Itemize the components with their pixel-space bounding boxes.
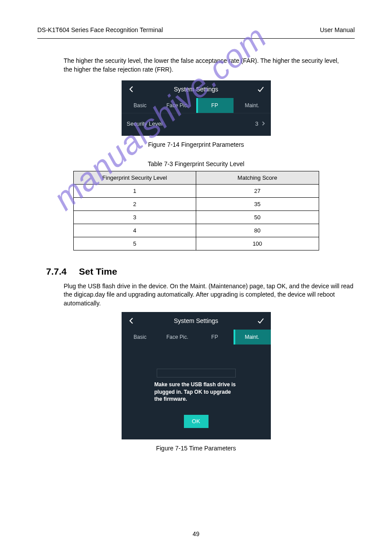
header-manual: User Manual bbox=[320, 26, 355, 33]
screen-title: System Settings bbox=[136, 86, 257, 93]
table-row: 127 bbox=[73, 184, 319, 197]
section-title: Set Time bbox=[79, 266, 117, 276]
table-caption: Table 7-3 Fingerprint Security Level bbox=[37, 160, 355, 167]
back-icon[interactable] bbox=[128, 317, 136, 325]
figure-caption-2: Figure 7-15 Time Parameters bbox=[37, 445, 355, 452]
section-number: 7.7.4 bbox=[46, 266, 67, 276]
table-header-level: Fingerprint Security Level bbox=[73, 171, 196, 184]
tab-basic[interactable]: Basic bbox=[122, 330, 159, 345]
fp-settings-screenshot: System Settings Basic Face Pic. FP Maint… bbox=[122, 80, 271, 136]
page-number: 49 bbox=[0, 530, 392, 537]
upgrade-message: Make sure the USB flash drive is plugged… bbox=[155, 381, 238, 403]
maint-screenshot: System Settings Basic Face Pic. FP Maint… bbox=[122, 312, 271, 439]
settings-tabs: Basic Face Pic. FP Maint. bbox=[122, 330, 271, 345]
fp-intro-paragraph: The higher the security level, the lower… bbox=[64, 56, 344, 74]
table-row: 350 bbox=[73, 210, 319, 224]
tab-fp[interactable]: FP bbox=[196, 98, 234, 113]
tab-face-pic[interactable]: Face Pic. bbox=[159, 330, 196, 345]
tab-basic[interactable]: Basic bbox=[122, 98, 159, 113]
table-row: 5100 bbox=[73, 237, 319, 250]
tab-fp[interactable]: FP bbox=[196, 330, 234, 345]
check-icon[interactable] bbox=[257, 317, 265, 325]
chevron-right-icon bbox=[261, 120, 266, 127]
tab-maint[interactable]: Maint. bbox=[234, 98, 271, 113]
security-level-row[interactable]: Security Level 3 bbox=[122, 113, 271, 134]
table-row: 480 bbox=[73, 224, 319, 237]
tab-maint[interactable]: Maint. bbox=[234, 330, 271, 345]
ok-button[interactable]: OK bbox=[184, 415, 209, 428]
figure-caption-1: Figure 7-14 Fingerprint Parameters bbox=[37, 141, 355, 148]
upgrade-file-input[interactable] bbox=[157, 369, 236, 377]
check-icon[interactable] bbox=[257, 85, 265, 93]
section-heading: 7.7.4Set Time bbox=[46, 266, 355, 277]
security-level-value: 3 bbox=[255, 120, 258, 127]
header-product: DS-K1T604 Series Face Recognition Termin… bbox=[37, 26, 163, 33]
screen-title: System Settings bbox=[136, 317, 257, 324]
table-header-score: Matching Score bbox=[196, 171, 319, 184]
security-level-label: Security Level bbox=[127, 120, 163, 127]
security-level-table: Fingerprint Security Level Matching Scor… bbox=[73, 171, 319, 250]
tab-face-pic[interactable]: Face Pic. bbox=[159, 98, 196, 113]
page-header: DS-K1T604 Series Face Recognition Termin… bbox=[37, 22, 355, 39]
maint-paragraph: Plug the USB flash drive in the device. … bbox=[64, 282, 355, 308]
table-row: 235 bbox=[73, 197, 319, 210]
back-icon[interactable] bbox=[128, 85, 136, 93]
settings-tabs: Basic Face Pic. FP Maint. bbox=[122, 98, 271, 113]
